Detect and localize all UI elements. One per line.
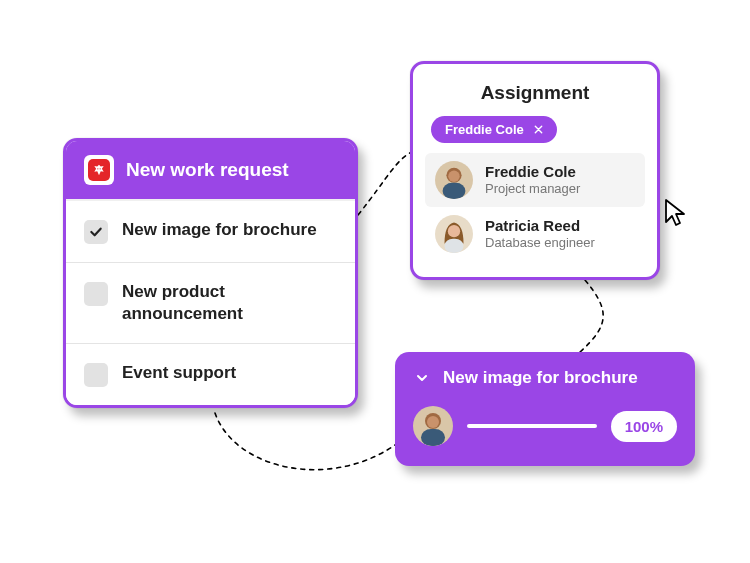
- svg-point-12: [427, 416, 439, 428]
- progress-title: New image for brochure: [443, 368, 638, 388]
- person-role: Project manager: [485, 181, 580, 197]
- progress-bar: [467, 424, 597, 428]
- work-request-header: New work request: [66, 141, 355, 199]
- svg-point-1: [100, 168, 101, 169]
- person-name: Freddie Cole: [485, 163, 580, 182]
- svg-point-0: [97, 168, 98, 169]
- svg-point-5: [448, 171, 459, 182]
- work-request-item[interactable]: New image for brochure: [66, 199, 355, 262]
- person-role: Database engineer: [485, 235, 595, 251]
- chevron-down-icon: [413, 369, 431, 387]
- work-request-card: New work request New image for brochure …: [63, 138, 358, 408]
- person-row[interactable]: Freddie Cole Project manager: [425, 153, 645, 207]
- close-icon[interactable]: [532, 123, 545, 136]
- work-request-item-label: New image for brochure: [122, 219, 317, 241]
- work-request-item-label: New product announcement: [122, 281, 337, 325]
- svg-rect-4: [443, 183, 466, 199]
- cursor-icon: [664, 198, 690, 228]
- avatar: [435, 215, 473, 253]
- progress-card: New image for brochure 100%: [395, 352, 695, 466]
- avatar: [435, 161, 473, 199]
- svg-rect-8: [445, 239, 464, 253]
- checkbox-unchecked[interactable]: [84, 363, 108, 387]
- progress-percent: 100%: [611, 411, 677, 442]
- lion-icon: [92, 163, 106, 177]
- work-request-item-label: Event support: [122, 362, 236, 384]
- assignment-title: Assignment: [431, 82, 639, 104]
- avatar: [413, 406, 453, 446]
- work-request-item[interactable]: New product announcement: [66, 262, 355, 343]
- assignment-card: Assignment Freddie Cole Freddie Cole Pro…: [410, 61, 660, 280]
- assignee-chip[interactable]: Freddie Cole: [431, 116, 557, 143]
- person-name: Patricia Reed: [485, 217, 595, 236]
- progress-header[interactable]: New image for brochure: [413, 368, 677, 388]
- svg-point-7: [448, 225, 460, 237]
- checkbox-unchecked[interactable]: [84, 282, 108, 306]
- svg-rect-11: [421, 429, 445, 446]
- progress-row: 100%: [413, 406, 677, 446]
- app-icon: [84, 155, 114, 185]
- person-row[interactable]: Patricia Reed Database engineer: [425, 207, 645, 261]
- assignee-chip-label: Freddie Cole: [445, 122, 524, 137]
- checkbox-checked[interactable]: [84, 220, 108, 244]
- work-request-list: New image for brochure New product annou…: [66, 199, 355, 405]
- work-request-item[interactable]: Event support: [66, 343, 355, 405]
- checkmark-icon: [88, 224, 104, 240]
- work-request-title: New work request: [126, 159, 289, 181]
